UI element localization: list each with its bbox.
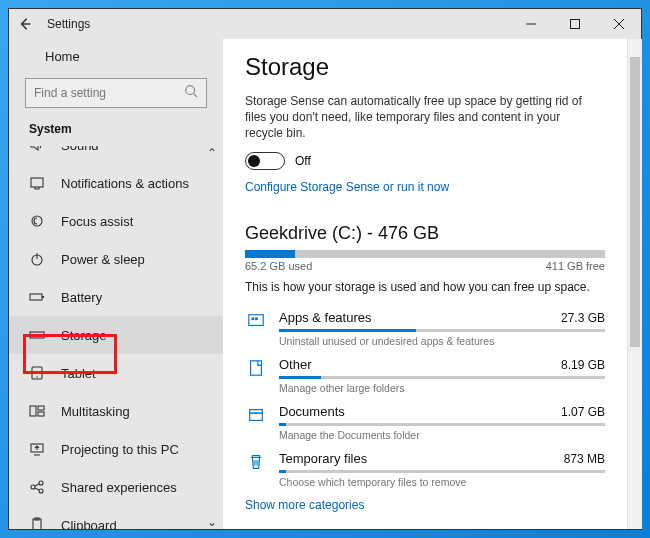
svg-rect-29 [249,314,263,325]
svg-line-24 [35,484,39,486]
notifications-icon [29,175,45,191]
svg-point-22 [39,481,43,485]
sidebar-item-storage[interactable]: Storage [9,316,223,354]
maximize-icon [570,19,580,29]
content-area: Home System ⌃ SoundNotifications & actio… [9,39,641,529]
sidebar-item-label: Projecting to this PC [61,442,179,457]
storage-category-temporary-files[interactable]: Temporary files873 MBChoose which tempor… [245,445,605,492]
sidebar-item-label: Notifications & actions [61,176,189,191]
sidebar-item-clipboard[interactable]: Clipboard [9,506,223,529]
other-icon [245,357,267,394]
scrollbar-thumb[interactable] [630,57,640,347]
svg-point-23 [39,489,43,493]
svg-rect-30 [252,317,255,320]
svg-rect-2 [571,20,580,29]
titlebar: Settings [9,9,641,39]
category-size: 873 MB [564,452,605,466]
close-button[interactable] [597,9,641,39]
sidebar-item-label: Focus assist [61,214,133,229]
category-hint: Choose which temporary files to remove [279,476,605,488]
sidebar-item-label: Storage [61,328,107,343]
storage-category-apps-features[interactable]: Apps & features27.3 GBUninstall unused o… [245,304,605,351]
drive-heading: Geekdrive (C:) - 476 GB [245,223,605,244]
toggle-state-label: Off [295,154,311,168]
category-bar [279,423,605,426]
search-input[interactable] [34,86,184,100]
storage-icon [29,327,45,343]
svg-rect-18 [38,406,44,410]
sidebar-item-label: Battery [61,290,102,305]
storage-category-other[interactable]: Other8.19 GBManage other large folders [245,351,605,398]
sound-icon [29,146,45,153]
close-icon [614,19,624,29]
category-bar [279,376,605,379]
svg-rect-12 [42,296,44,298]
category-name: Other [279,357,561,372]
svg-rect-31 [255,317,258,320]
svg-rect-17 [30,406,36,416]
sidebar-item-multitasking[interactable]: Multitasking [9,392,223,430]
sidebar-item-projecting-to-this-pc[interactable]: Projecting to this PC [9,430,223,468]
svg-point-16 [36,376,37,377]
maximize-button[interactable] [553,9,597,39]
home-label: Home [45,49,80,64]
tablet-icon [29,365,45,381]
category-hint: Uninstall unused or undesired apps & fea… [279,335,605,347]
category-hint: Manage the Documents folder [279,429,605,441]
used-label: 65.2 GB used [245,260,312,272]
svg-rect-32 [251,360,262,374]
category-hint: Manage other large folders [279,382,605,394]
settings-window: Settings Home System [8,8,642,530]
svg-rect-19 [38,412,44,416]
storage-sense-toggle[interactable] [245,152,285,170]
page-title: Storage [245,53,605,81]
category-size: 8.19 GB [561,358,605,372]
svg-rect-11 [30,294,42,300]
svg-point-14 [40,334,42,336]
sidebar-item-shared-experiences[interactable]: Shared experiences [9,468,223,506]
sidebar-item-label: Shared experiences [61,480,177,495]
sidebar-item-tablet[interactable]: Tablet [9,354,223,392]
sidebar-item-label: Tablet [61,366,96,381]
sidebar-item-sound[interactable]: Sound [9,146,223,164]
sidebar-nav-list: ⌃ SoundNotifications & actionsFocus assi… [9,146,223,529]
power-sleep-icon [29,251,45,267]
battery-icon [29,289,45,305]
minimize-icon [526,19,536,29]
category-name: Temporary files [279,451,564,466]
vertical-scrollbar[interactable] [627,39,642,529]
search-icon [184,84,198,102]
temp-files-icon [245,451,267,488]
search-box[interactable] [25,78,207,108]
sidebar-item-label: Clipboard [61,518,117,530]
sidebar-item-power-sleep[interactable]: Power & sleep [9,240,223,278]
documents-icon [245,404,267,441]
home-nav[interactable]: Home [9,39,223,76]
storage-category-documents[interactable]: Documents1.07 GBManage the Documents fol… [245,398,605,445]
storage-sense-description: Storage Sense can automatically free up … [245,93,585,142]
multitasking-icon [29,403,45,419]
how-used-description: This is how your storage is used and how… [245,280,605,294]
section-header: System [9,118,223,146]
svg-point-21 [31,485,35,489]
sidebar-item-notifications-actions[interactable]: Notifications & actions [9,164,223,202]
window-title: Settings [47,17,90,31]
category-name: Documents [279,404,561,419]
minimize-button[interactable] [509,9,553,39]
category-size: 27.3 GB [561,311,605,325]
svg-line-6 [194,94,198,98]
back-button[interactable] [9,9,41,39]
scroll-up-chevron-icon[interactable]: ⌃ [207,146,217,160]
configure-storage-sense-link[interactable]: Configure Storage Sense or run it now [245,180,449,194]
focus-assist-icon [29,213,45,229]
clipboard-icon [29,517,45,529]
show-more-categories-link[interactable]: Show more categories [245,498,364,512]
sidebar-item-label: Sound [61,146,99,153]
sidebar-item-battery[interactable]: Battery [9,278,223,316]
shared-experiences-icon [29,479,45,495]
sidebar-item-label: Multitasking [61,404,130,419]
sidebar-item-focus-assist[interactable]: Focus assist [9,202,223,240]
svg-line-25 [35,488,39,490]
scroll-down-chevron-icon[interactable]: ⌄ [207,515,217,529]
back-arrow-icon [18,17,32,31]
